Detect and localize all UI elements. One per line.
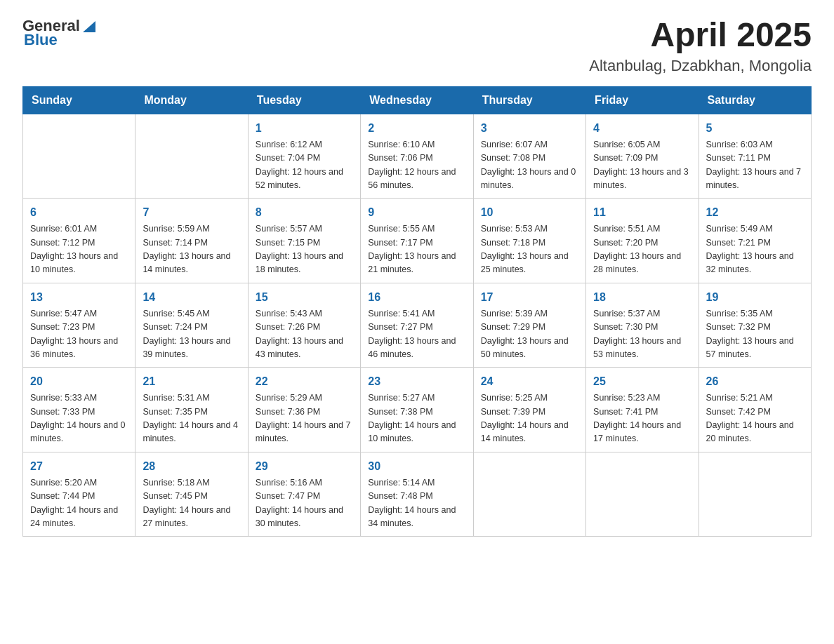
- table-row: 15Sunrise: 5:43 AMSunset: 7:26 PMDayligh…: [248, 283, 360, 368]
- table-row: 20Sunrise: 5:33 AMSunset: 7:33 PMDayligh…: [23, 368, 135, 452]
- table-row: 27Sunrise: 5:20 AMSunset: 7:44 PMDayligh…: [23, 452, 135, 537]
- day-info: Sunrise: 5:45 AMSunset: 7:24 PMDaylight:…: [143, 307, 240, 362]
- table-row: 12Sunrise: 5:49 AMSunset: 7:21 PMDayligh…: [699, 199, 811, 283]
- col-monday: Monday: [135, 86, 248, 114]
- day-info: Sunrise: 5:21 AMSunset: 7:42 PMDaylight:…: [706, 391, 804, 446]
- day-info: Sunrise: 6:12 AMSunset: 7:04 PMDaylight:…: [256, 138, 353, 193]
- calendar-table: Sunday Monday Tuesday Wednesday Thursday…: [22, 86, 812, 537]
- day-number: 18: [593, 289, 691, 306]
- day-number: 22: [256, 373, 353, 390]
- day-number: 10: [481, 204, 578, 221]
- table-row: [473, 452, 585, 537]
- table-row: [135, 114, 248, 199]
- table-row: 30Sunrise: 5:14 AMSunset: 7:48 PMDayligh…: [361, 452, 473, 537]
- day-number: 27: [30, 458, 128, 475]
- day-info: Sunrise: 6:05 AMSunset: 7:09 PMDaylight:…: [593, 138, 691, 193]
- title-block: April 2025 Altanbulag, Dzabkhan, Mongoli…: [589, 17, 812, 75]
- day-info: Sunrise: 5:25 AMSunset: 7:39 PMDaylight:…: [481, 391, 578, 446]
- logo-triangle-icon: [81, 18, 97, 34]
- day-info: Sunrise: 5:55 AMSunset: 7:17 PMDaylight:…: [368, 222, 465, 277]
- day-info: Sunrise: 5:16 AMSunset: 7:47 PMDaylight:…: [256, 476, 353, 531]
- col-friday: Friday: [586, 86, 699, 114]
- day-number: 16: [368, 289, 465, 306]
- calendar-week-row: 6Sunrise: 6:01 AMSunset: 7:12 PMDaylight…: [23, 199, 812, 283]
- table-row: 8Sunrise: 5:57 AMSunset: 7:15 PMDaylight…: [248, 199, 360, 283]
- day-number: 21: [143, 373, 240, 390]
- day-number: 28: [143, 458, 240, 475]
- day-info: Sunrise: 6:07 AMSunset: 7:08 PMDaylight:…: [481, 138, 578, 193]
- col-tuesday: Tuesday: [248, 86, 360, 114]
- day-number: 6: [30, 204, 128, 221]
- table-row: 5Sunrise: 6:03 AMSunset: 7:11 PMDaylight…: [699, 114, 811, 199]
- table-row: [23, 114, 135, 199]
- table-row: 19Sunrise: 5:35 AMSunset: 7:32 PMDayligh…: [699, 283, 811, 368]
- table-row: 18Sunrise: 5:37 AMSunset: 7:30 PMDayligh…: [586, 283, 699, 368]
- day-info: Sunrise: 5:20 AMSunset: 7:44 PMDaylight:…: [30, 476, 128, 531]
- day-info: Sunrise: 5:39 AMSunset: 7:29 PMDaylight:…: [481, 307, 578, 362]
- day-info: Sunrise: 5:57 AMSunset: 7:15 PMDaylight:…: [256, 222, 353, 277]
- day-info: Sunrise: 5:51 AMSunset: 7:20 PMDaylight:…: [593, 222, 691, 277]
- calendar-header-row: Sunday Monday Tuesday Wednesday Thursday…: [23, 86, 812, 114]
- page-title: April 2025: [589, 17, 812, 54]
- table-row: 16Sunrise: 5:41 AMSunset: 7:27 PMDayligh…: [361, 283, 473, 368]
- table-row: [586, 452, 699, 537]
- day-number: 15: [256, 289, 353, 306]
- calendar-week-row: 20Sunrise: 5:33 AMSunset: 7:33 PMDayligh…: [23, 368, 812, 452]
- table-row: [699, 452, 811, 537]
- day-number: 4: [593, 120, 691, 137]
- day-number: 26: [706, 373, 804, 390]
- table-row: 3Sunrise: 6:07 AMSunset: 7:08 PMDaylight…: [473, 114, 585, 199]
- table-row: 22Sunrise: 5:29 AMSunset: 7:36 PMDayligh…: [248, 368, 360, 452]
- day-number: 11: [593, 204, 691, 221]
- table-row: 9Sunrise: 5:55 AMSunset: 7:17 PMDaylight…: [361, 199, 473, 283]
- table-row: 25Sunrise: 5:23 AMSunset: 7:41 PMDayligh…: [586, 368, 699, 452]
- day-number: 23: [368, 373, 465, 390]
- day-number: 2: [368, 120, 465, 137]
- day-number: 25: [593, 373, 691, 390]
- day-info: Sunrise: 5:33 AMSunset: 7:33 PMDaylight:…: [30, 391, 128, 446]
- day-info: Sunrise: 5:59 AMSunset: 7:14 PMDaylight:…: [143, 222, 240, 277]
- day-number: 5: [706, 120, 804, 137]
- day-info: Sunrise: 6:01 AMSunset: 7:12 PMDaylight:…: [30, 222, 128, 277]
- day-number: 7: [143, 204, 240, 221]
- day-info: Sunrise: 5:47 AMSunset: 7:23 PMDaylight:…: [30, 307, 128, 362]
- page-subtitle: Altanbulag, Dzabkhan, Mongolia: [589, 57, 812, 75]
- day-info: Sunrise: 5:29 AMSunset: 7:36 PMDaylight:…: [256, 391, 353, 446]
- table-row: 1Sunrise: 6:12 AMSunset: 7:04 PMDaylight…: [248, 114, 360, 199]
- table-row: 4Sunrise: 6:05 AMSunset: 7:09 PMDaylight…: [586, 114, 699, 199]
- calendar-week-row: 1Sunrise: 6:12 AMSunset: 7:04 PMDaylight…: [23, 114, 812, 199]
- col-saturday: Saturday: [699, 86, 811, 114]
- table-row: 6Sunrise: 6:01 AMSunset: 7:12 PMDaylight…: [23, 199, 135, 283]
- col-wednesday: Wednesday: [361, 86, 473, 114]
- day-info: Sunrise: 5:23 AMSunset: 7:41 PMDaylight:…: [593, 391, 691, 446]
- calendar-week-row: 27Sunrise: 5:20 AMSunset: 7:44 PMDayligh…: [23, 452, 812, 537]
- day-number: 14: [143, 289, 240, 306]
- table-row: 29Sunrise: 5:16 AMSunset: 7:47 PMDayligh…: [248, 452, 360, 537]
- day-number: 29: [256, 458, 353, 475]
- svg-marker-0: [83, 21, 95, 32]
- day-info: Sunrise: 5:43 AMSunset: 7:26 PMDaylight:…: [256, 307, 353, 362]
- day-info: Sunrise: 5:41 AMSunset: 7:27 PMDaylight:…: [368, 307, 465, 362]
- table-row: 11Sunrise: 5:51 AMSunset: 7:20 PMDayligh…: [586, 199, 699, 283]
- day-info: Sunrise: 5:31 AMSunset: 7:35 PMDaylight:…: [143, 391, 240, 446]
- day-info: Sunrise: 5:37 AMSunset: 7:30 PMDaylight:…: [593, 307, 691, 362]
- table-row: 14Sunrise: 5:45 AMSunset: 7:24 PMDayligh…: [135, 283, 248, 368]
- day-info: Sunrise: 5:27 AMSunset: 7:38 PMDaylight:…: [368, 391, 465, 446]
- table-row: 21Sunrise: 5:31 AMSunset: 7:35 PMDayligh…: [135, 368, 248, 452]
- page-header: General Blue April 2025 Altanbulag, Dzab…: [22, 17, 812, 75]
- table-row: 10Sunrise: 5:53 AMSunset: 7:18 PMDayligh…: [473, 199, 585, 283]
- logo-blue-text: Blue: [24, 31, 58, 49]
- day-number: 17: [481, 289, 578, 306]
- day-info: Sunrise: 6:03 AMSunset: 7:11 PMDaylight:…: [706, 138, 804, 193]
- table-row: 23Sunrise: 5:27 AMSunset: 7:38 PMDayligh…: [361, 368, 473, 452]
- day-info: Sunrise: 5:53 AMSunset: 7:18 PMDaylight:…: [481, 222, 578, 277]
- table-row: 26Sunrise: 5:21 AMSunset: 7:42 PMDayligh…: [699, 368, 811, 452]
- day-number: 12: [706, 204, 804, 221]
- table-row: 2Sunrise: 6:10 AMSunset: 7:06 PMDaylight…: [361, 114, 473, 199]
- table-row: 24Sunrise: 5:25 AMSunset: 7:39 PMDayligh…: [473, 368, 585, 452]
- table-row: 7Sunrise: 5:59 AMSunset: 7:14 PMDaylight…: [135, 199, 248, 283]
- day-info: Sunrise: 5:35 AMSunset: 7:32 PMDaylight:…: [706, 307, 804, 362]
- day-info: Sunrise: 5:18 AMSunset: 7:45 PMDaylight:…: [143, 476, 240, 531]
- day-number: 24: [481, 373, 578, 390]
- calendar-week-row: 13Sunrise: 5:47 AMSunset: 7:23 PMDayligh…: [23, 283, 812, 368]
